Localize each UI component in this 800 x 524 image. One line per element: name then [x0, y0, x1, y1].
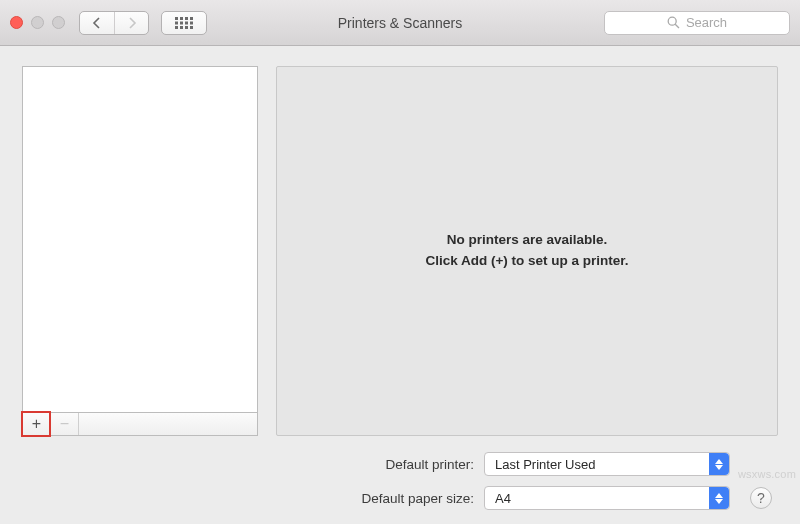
titlebar: Printers & Scanners Search — [0, 0, 800, 46]
svg-line-13 — [675, 24, 679, 28]
svg-rect-6 — [185, 21, 188, 24]
help-button[interactable]: ? — [750, 487, 772, 509]
svg-rect-8 — [175, 26, 178, 29]
printer-detail-panel: No printers are available. Click Add (+)… — [276, 66, 778, 436]
default-printer-label: Default printer: — [22, 457, 474, 472]
add-printer-button[interactable]: + — [23, 413, 51, 435]
default-paper-size-label: Default paper size: — [22, 491, 474, 506]
default-printer-select[interactable]: Last Printer Used — [484, 452, 730, 476]
svg-rect-2 — [185, 17, 188, 20]
default-paper-size-select[interactable]: A4 — [484, 486, 730, 510]
default-printer-value: Last Printer Used — [495, 457, 595, 472]
select-stepper-icon — [709, 453, 729, 475]
default-paper-size-value: A4 — [495, 491, 511, 506]
svg-point-12 — [668, 17, 676, 25]
window-controls — [10, 16, 65, 29]
svg-rect-11 — [190, 26, 193, 29]
svg-rect-5 — [180, 21, 183, 24]
remove-printer-button: − — [51, 413, 79, 435]
back-button[interactable] — [80, 12, 114, 34]
printer-list[interactable] — [22, 66, 258, 412]
search-icon — [667, 16, 680, 29]
select-stepper-icon — [709, 487, 729, 509]
svg-rect-10 — [185, 26, 188, 29]
printer-list-footer: + − — [22, 412, 258, 436]
nav-back-forward — [79, 11, 149, 35]
svg-rect-1 — [180, 17, 183, 20]
svg-rect-9 — [180, 26, 183, 29]
close-window-button[interactable] — [10, 16, 23, 29]
watermark: wsxws.com — [738, 468, 796, 480]
show-all-button[interactable] — [161, 11, 207, 35]
zoom-window-button[interactable] — [52, 16, 65, 29]
printer-list-panel: + − — [22, 66, 258, 436]
search-placeholder: Search — [686, 15, 727, 30]
minimize-window-button[interactable] — [31, 16, 44, 29]
search-field[interactable]: Search — [604, 11, 790, 35]
svg-rect-0 — [175, 17, 178, 20]
empty-state-line2: Click Add (+) to set up a printer. — [425, 251, 628, 272]
svg-rect-4 — [175, 21, 178, 24]
empty-state-line1: No printers are available. — [425, 230, 628, 251]
svg-rect-3 — [190, 17, 193, 20]
svg-rect-7 — [190, 21, 193, 24]
forward-button[interactable] — [114, 12, 148, 34]
